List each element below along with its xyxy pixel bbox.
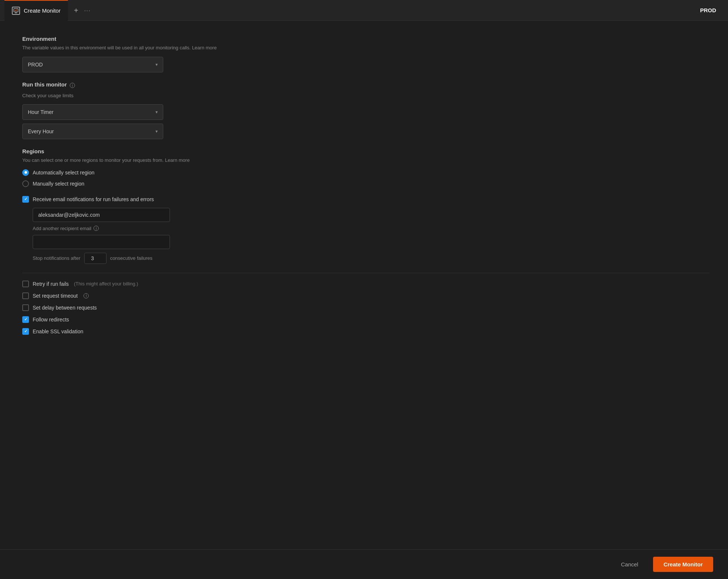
- retry-checkbox-item[interactable]: Retry if run fails (This might affect yo…: [22, 281, 709, 287]
- email-notifications-checkbox-item[interactable]: Receive email notifications for run fail…: [22, 196, 709, 203]
- options-section: Retry if run fails (This might affect yo…: [22, 281, 709, 335]
- redirects-checkbox[interactable]: [22, 316, 29, 323]
- run-monitor-label: Run this monitor: [22, 81, 67, 88]
- env-label: PROD: [700, 7, 724, 13]
- environment-desc: The variable values in this environment …: [22, 44, 709, 52]
- email-notifications-checkbox[interactable]: [22, 196, 29, 203]
- manual-region-label: Manually select region: [33, 181, 84, 187]
- auto-region-label: Automatically select region: [33, 170, 95, 176]
- chevron-down-icon-timer: ▾: [155, 109, 158, 115]
- retry-checkbox[interactable]: [22, 281, 29, 287]
- notifications-section: Receive email notifications for run fail…: [22, 196, 709, 264]
- monitor-icon: [12, 7, 20, 15]
- auto-region-radio-circle: [22, 169, 29, 176]
- timeout-checkbox-item[interactable]: Set request timeout i: [22, 292, 709, 299]
- region-radio-group: Automatically select region Manually sel…: [22, 169, 709, 187]
- stop-notifications-row: Stop notifications after consecutive fai…: [33, 253, 709, 264]
- timeout-label: Set request timeout: [33, 293, 78, 299]
- tab-label: Create Monitor: [24, 7, 60, 14]
- frequency-dropdown[interactable]: Every Hour ▾: [22, 124, 163, 139]
- stop-notif-label: Stop notifications after: [33, 255, 81, 261]
- redirects-label: Follow redirects: [33, 317, 69, 323]
- delay-checkbox[interactable]: [22, 304, 29, 311]
- chevron-down-icon: ▾: [155, 62, 158, 67]
- timeout-checkbox[interactable]: [22, 292, 29, 299]
- divider: [22, 273, 709, 273]
- consecutive-failures-input[interactable]: [84, 253, 106, 264]
- add-recipient-label-row: Add another recipient email i: [33, 226, 709, 231]
- email-notifications-label: Receive email notifications for run fail…: [33, 196, 154, 202]
- retry-note: (This might affect your billing.): [74, 281, 138, 287]
- regions-section: Regions You can select one or more regio…: [22, 148, 709, 187]
- redirects-checkbox-item[interactable]: Follow redirects: [22, 316, 709, 323]
- run-monitor-desc: Check your usage limits: [22, 92, 709, 99]
- chevron-down-icon-freq: ▾: [155, 129, 158, 134]
- email-input[interactable]: [33, 208, 170, 222]
- timer-selected: Hour Timer: [28, 109, 53, 115]
- regions-label: Regions: [22, 148, 709, 154]
- delay-checkbox-item[interactable]: Set delay between requests: [22, 304, 709, 311]
- info-icon-timeout: i: [83, 293, 89, 298]
- tab-create-monitor[interactable]: Create Monitor: [4, 0, 68, 21]
- ssl-label: Enable SSL validation: [33, 328, 83, 334]
- environment-section: Environment The variable values in this …: [22, 36, 709, 72]
- tab-bar: Create Monitor + ··· PROD: [0, 0, 728, 21]
- add-tab-button[interactable]: +: [74, 7, 78, 14]
- environment-selected: PROD: [28, 62, 43, 68]
- delay-label: Set delay between requests: [33, 305, 97, 311]
- environment-dropdown[interactable]: PROD ▾: [22, 57, 163, 72]
- main-content: Environment The variable values in this …: [0, 21, 728, 549]
- more-tabs-button[interactable]: ···: [84, 8, 91, 13]
- info-icon-recipient: i: [94, 226, 99, 231]
- ssl-checkbox-item[interactable]: Enable SSL validation: [22, 328, 709, 335]
- manual-region-radio-circle: [22, 180, 29, 187]
- manual-region-radio[interactable]: Manually select region: [22, 180, 709, 187]
- cancel-button[interactable]: Cancel: [613, 557, 646, 571]
- environment-label: Environment: [22, 36, 709, 42]
- run-monitor-section: Run this monitor i Check your usage limi…: [22, 81, 709, 140]
- retry-label: Retry if run fails: [33, 281, 69, 287]
- tab-bar-actions: + ···: [74, 7, 91, 14]
- add-recipient-input[interactable]: [33, 235, 170, 249]
- consecutive-failures-label: consecutive failures: [110, 255, 153, 261]
- add-recipient-text: Add another recipient email: [33, 226, 91, 231]
- regions-desc: You can select one or more regions to mo…: [22, 157, 709, 164]
- info-icon: i: [70, 83, 75, 88]
- frequency-selected: Every Hour: [28, 128, 54, 134]
- create-monitor-button[interactable]: Create Monitor: [653, 557, 713, 572]
- auto-region-radio[interactable]: Automatically select region: [22, 169, 709, 176]
- ssl-checkbox[interactable]: [22, 328, 29, 335]
- footer: Cancel Create Monitor: [0, 549, 728, 579]
- timer-dropdown[interactable]: Hour Timer ▾: [22, 104, 163, 120]
